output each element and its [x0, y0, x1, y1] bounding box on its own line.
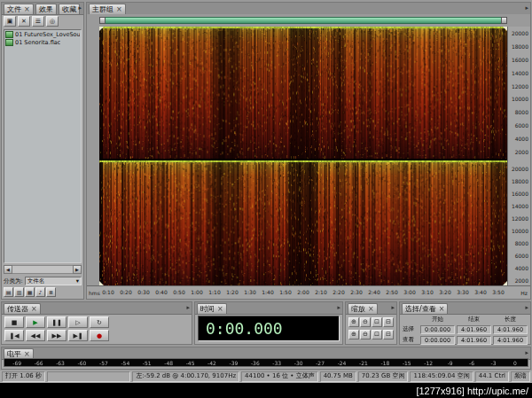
freq-label: 14000 [512, 203, 528, 209]
selection-length-value[interactable]: 4:01.960 [493, 325, 528, 334]
footer-toggle-button[interactable]: ▥ [14, 287, 24, 297]
freq-label: 8000 [515, 109, 528, 115]
close-file-button[interactable]: ✕ [18, 16, 30, 27]
spectrogram-right-channel[interactable] [99, 160, 507, 285]
level-scale-label: -51 [137, 360, 158, 366]
footer-toggle-button[interactable]: ♪ [35, 287, 45, 297]
freq-label: 16000 [512, 57, 528, 63]
insert-cd-button[interactable]: ◎ [46, 16, 59, 27]
ruler-divider [508, 159, 530, 160]
tab-main-group[interactable]: 主群组 × [89, 4, 126, 14]
zoom-left-edge-button[interactable]: ⊡ [372, 330, 382, 339]
time-label: 2:20 [330, 289, 348, 295]
scroll-right-icon[interactable]: ▶ [73, 265, 82, 274]
panel-menu-icon[interactable]: ▸ [391, 304, 395, 312]
transport-play-spool-button[interactable]: ▷ [68, 316, 88, 328]
level-scale-label: -18 [374, 360, 395, 366]
panel-menu-icon[interactable]: ▸ [337, 304, 340, 312]
panel-menu-icon[interactable]: ▸ [525, 4, 528, 12]
status-display-mode: 频谱 [511, 371, 530, 382]
level-scale-label: 0 [505, 360, 526, 366]
sort-label: 分类为: [4, 277, 23, 285]
footer-toggle-button[interactable]: ▤ [4, 287, 13, 297]
overview-scrollbar[interactable] [99, 17, 507, 24]
main-group-panel: 主群组 × ▸ 20000180001600014 [86, 2, 531, 300]
status-time-free: 118:45:09.04 空闲 [410, 371, 473, 382]
zoom-right-edge-button[interactable]: ⊟ [383, 330, 394, 339]
tab-effects[interactable]: 效果 [35, 4, 57, 14]
transport-rewind-button[interactable]: ◀◀ [26, 330, 45, 341]
files-panel: 文件 × 效果 收藏 ▸ ▣ ✕ ☰ ◎ 01 FutureSex_LoveSo… [1, 2, 84, 300]
zoom-out-vertical-button[interactable]: ⊖ [360, 330, 371, 339]
tab-effects-label: 效果 [39, 4, 53, 14]
freq-label: 20000 [512, 166, 528, 172]
footer-toggle-button[interactable]: ▦ [25, 287, 35, 297]
tab-favorites[interactable]: 收藏 [59, 4, 80, 14]
scroll-left-icon[interactable]: ◀ [4, 265, 12, 274]
transport-fast-forward-button[interactable]: ▶▶ [47, 330, 66, 341]
transport-stop-button[interactable]: ■ [4, 316, 24, 328]
frequency-ruler[interactable]: 2000018000160001400012000100008000600040… [507, 27, 530, 285]
zoom-full-button[interactable]: ⊟ [383, 317, 394, 327]
zoom-selection-button[interactable]: ⊡ [372, 317, 382, 327]
panel-menu-icon[interactable]: ▸ [78, 4, 82, 12]
close-icon[interactable]: × [439, 306, 445, 313]
close-icon[interactable]: × [217, 306, 223, 313]
zoom-in-button[interactable]: ⊕ [348, 317, 359, 327]
selection-start-value[interactable]: 0:00.000 [420, 325, 455, 334]
panel-menu-icon[interactable]: ▸ [525, 304, 528, 312]
transport-pause-button[interactable]: ❚❚ [47, 316, 66, 328]
panel-menu-icon[interactable]: ▸ [186, 304, 190, 312]
zoom-in-vertical-button[interactable]: ⊕ [348, 330, 359, 339]
panel-menu-icon[interactable]: ▸ [525, 349, 528, 357]
sort-select[interactable]: 文件名 ▾ [25, 277, 82, 285]
view-start-value[interactable]: 0:00.000 [420, 336, 455, 345]
close-icon[interactable]: × [24, 351, 30, 358]
insert-multitrack-button[interactable]: ☰ [32, 16, 44, 27]
tab-files[interactable]: 文件 × [4, 4, 34, 14]
transport-record-button[interactable]: ● [90, 330, 109, 341]
tab-time[interactable]: 时间 × [197, 303, 227, 314]
scroll-track[interactable] [12, 265, 73, 274]
tab-main-group-label: 主群组 [92, 4, 113, 14]
tab-selection-view[interactable]: 选择/查看 × [402, 303, 448, 314]
close-icon[interactable]: × [31, 306, 37, 313]
transport-play-button[interactable]: ▶ [26, 316, 45, 328]
freq-label: 10000 [512, 228, 528, 234]
files-hscrollbar[interactable]: ◀ ▶ [4, 265, 82, 274]
close-icon[interactable]: × [116, 6, 122, 13]
zoom-out-button[interactable]: ⊖ [360, 317, 371, 327]
freq-label: 10000 [512, 96, 528, 102]
import-file-icon: ▣ [7, 18, 13, 25]
level-meter[interactable]: -69-66-63-60-57-54-51-48-45-42-39-36-33-… [4, 358, 528, 367]
file-list-item[interactable]: 01 FutureSex_LoveSound.fla [4, 30, 81, 38]
transport-go-start-button[interactable]: ❚◀ [4, 330, 24, 341]
view-row-label: 查看 [403, 336, 419, 345]
insert-multitrack-icon: ☰ [35, 18, 41, 25]
freq-label: 4000 [515, 265, 528, 271]
files-panel-tabstrip: 文件 × 效果 收藏 ▸ [2, 3, 83, 15]
tab-time-label: 时间 [200, 304, 215, 314]
import-file-button[interactable]: ▣ [4, 16, 16, 27]
level-scale-label: -54 [114, 360, 136, 366]
overview-handle-right[interactable] [501, 17, 507, 24]
app-window: 文件 × 效果 收藏 ▸ ▣ ✕ ☰ ◎ 01 FutureSex_LoveSo… [0, 0, 532, 383]
close-icon[interactable]: × [368, 306, 374, 313]
spectrogram-left-channel[interactable] [99, 27, 507, 159]
spectral-display[interactable] [99, 27, 507, 285]
view-end-value[interactable]: 4:01.960 [457, 336, 491, 345]
transport-go-end-button[interactable]: ▶❚ [68, 330, 88, 341]
transport-loop-button[interactable]: ↻ [90, 316, 109, 328]
selection-end-value[interactable]: 4:01.960 [457, 325, 491, 334]
view-length-value[interactable]: 4:01.960 [493, 336, 528, 345]
time-display[interactable]: 0:00.000 [198, 316, 340, 341]
time-ruler[interactable]: hms 0:100:200:300:400:501:001:101:201:30… [87, 285, 530, 299]
close-icon[interactable]: × [24, 6, 30, 13]
overview-handle-left[interactable] [99, 17, 106, 24]
footer-toggle-button[interactable]: ≣ [46, 287, 56, 297]
tab-zoom[interactable]: 缩放 × [348, 303, 378, 314]
time-label: 1:50 [277, 289, 294, 295]
chevron-down-icon: ▾ [76, 277, 79, 285]
file-list-item[interactable]: 01 Senorita.flac [4, 38, 81, 46]
tab-transport[interactable]: 传送器 × [4, 303, 41, 314]
